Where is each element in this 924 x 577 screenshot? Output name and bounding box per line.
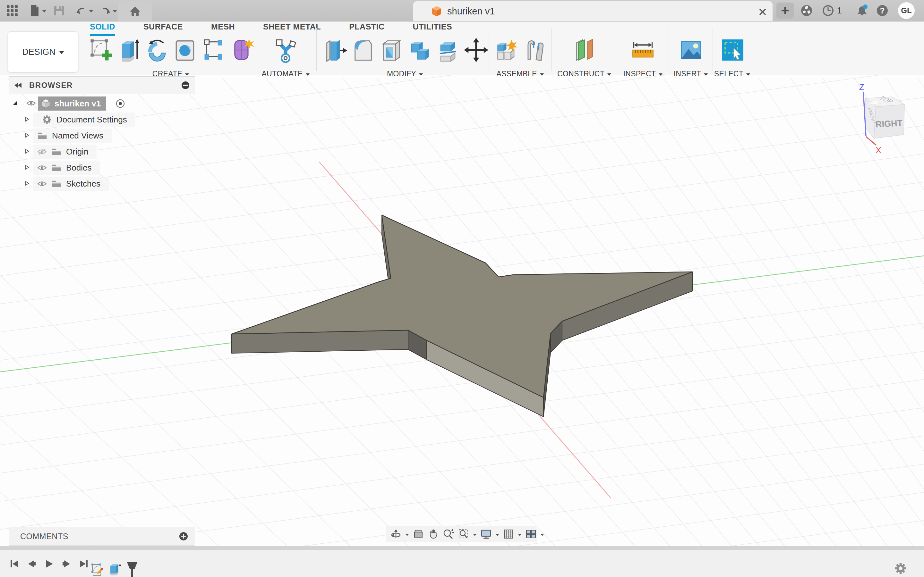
press-pull-button[interactable] xyxy=(321,35,349,65)
viewports-caret[interactable] xyxy=(540,534,544,536)
go-to-start-icon[interactable] xyxy=(10,559,19,569)
insert-group-label[interactable]: INSERT xyxy=(669,69,713,78)
orbit-caret[interactable] xyxy=(405,534,409,536)
select-group-label[interactable]: SELECT xyxy=(712,69,752,78)
tab-plastic[interactable]: PLASTIC xyxy=(349,22,384,36)
root-visibility-eye-icon[interactable] xyxy=(26,100,36,106)
browser-item-named-views[interactable]: Named Views xyxy=(33,129,111,143)
app-grid-icon[interactable] xyxy=(5,0,19,21)
file-menu-icon[interactable] xyxy=(28,0,41,21)
tab-sheet-metal[interactable]: SHEET METAL xyxy=(263,22,321,36)
help-glyph: ? xyxy=(880,6,885,15)
step-back-icon[interactable] xyxy=(27,559,37,569)
select-button[interactable] xyxy=(719,35,746,65)
measure-button[interactable] xyxy=(630,35,656,65)
tab-mesh[interactable]: MESH xyxy=(211,22,235,36)
hole-button[interactable] xyxy=(172,35,199,65)
eye-off-icon[interactable] xyxy=(37,148,47,155)
display-settings-caret[interactable] xyxy=(495,534,499,536)
root-expand-caret[interactable] xyxy=(12,101,17,106)
gear-icon xyxy=(42,114,52,125)
workspace-label: DESIGN xyxy=(22,47,55,57)
browser-root-item[interactable]: shuriken v1 xyxy=(38,97,106,111)
create-group-label[interactable]: CREATE xyxy=(87,69,254,78)
browser-item-origin[interactable]: Origin xyxy=(33,145,97,159)
modify-group-label[interactable]: MODIFY xyxy=(321,69,488,78)
construct-group-label[interactable]: CONSTRUCT xyxy=(551,69,617,78)
grid-settings-caret[interactable] xyxy=(518,534,522,536)
document-tab[interactable]: shuriken v1 xyxy=(413,1,772,21)
file-menu-caret[interactable] xyxy=(42,0,47,21)
tab-solid[interactable]: SOLID xyxy=(90,22,115,36)
comments-bar[interactable]: COMMENTS xyxy=(9,527,194,546)
home-tab[interactable] xyxy=(118,1,152,21)
bodies-caret[interactable] xyxy=(24,165,29,170)
close-tab-button[interactable] xyxy=(757,6,768,17)
activate-component-radio[interactable] xyxy=(115,99,125,108)
origin-caret[interactable] xyxy=(24,149,29,154)
workspace-selector[interactable]: DESIGN xyxy=(8,31,78,73)
shell-button[interactable] xyxy=(378,35,405,65)
browser-item-sketches[interactable]: Sketches xyxy=(33,177,109,191)
collapse-browser-icon[interactable] xyxy=(14,82,23,89)
combine-button[interactable] xyxy=(406,35,433,65)
notifications-button[interactable] xyxy=(855,0,869,21)
look-at-icon[interactable] xyxy=(413,528,424,540)
create-form-button[interactable] xyxy=(228,35,255,65)
construct-plane-button[interactable] xyxy=(571,35,598,65)
viewcube-right-label[interactable]: RIGHT xyxy=(875,118,903,129)
automate-button[interactable] xyxy=(272,35,299,65)
inspect-group-label[interactable]: INSPECT xyxy=(617,69,669,78)
extrude-button[interactable] xyxy=(115,35,142,65)
zoom-window-caret[interactable] xyxy=(473,534,477,536)
joint-button[interactable] xyxy=(522,35,549,65)
help-button[interactable]: ? xyxy=(875,0,889,21)
eye-icon[interactable] xyxy=(37,164,47,171)
avatar[interactable]: GL xyxy=(898,2,915,19)
zoom-window-icon[interactable] xyxy=(458,528,469,540)
new-tab-button[interactable] xyxy=(776,3,794,19)
display-settings-icon[interactable] xyxy=(480,528,492,540)
assemble-group-label[interactable]: ASSEMBLE xyxy=(489,69,551,78)
pattern-button[interactable] xyxy=(200,35,227,65)
zoom-icon[interactable] xyxy=(443,528,454,540)
timeline-extrude-feature[interactable] xyxy=(108,562,122,577)
save-icon[interactable] xyxy=(53,0,65,21)
browser-item-bodies[interactable]: Bodies xyxy=(33,161,100,175)
add-comment-icon[interactable] xyxy=(179,532,188,541)
browser-item-document-settings[interactable]: Document Settings xyxy=(33,113,136,127)
redo-icon[interactable] xyxy=(99,0,111,21)
redo-caret[interactable] xyxy=(112,0,118,21)
new-component-button[interactable] xyxy=(493,35,520,65)
tab-surface[interactable]: SURFACE xyxy=(144,22,183,36)
automate-group-label[interactable]: AUTOMATE xyxy=(254,69,318,78)
version-history[interactable]: 1 xyxy=(821,0,843,21)
group-divider xyxy=(617,28,617,71)
pan-icon[interactable] xyxy=(428,528,439,540)
eye-icon[interactable] xyxy=(37,180,47,187)
viewports-icon[interactable] xyxy=(525,528,537,540)
offset-face-button[interactable] xyxy=(435,35,461,65)
sketches-caret[interactable] xyxy=(24,181,29,186)
go-to-end-icon[interactable] xyxy=(79,559,89,569)
fillet-button[interactable] xyxy=(350,35,376,65)
step-forward-icon[interactable] xyxy=(61,559,71,569)
insert-image-button[interactable] xyxy=(678,35,704,65)
orbit-icon[interactable] xyxy=(390,528,402,540)
undo-caret[interactable] xyxy=(89,0,94,21)
grid-settings-icon[interactable] xyxy=(503,528,514,540)
tab-utilities[interactable]: UTILITIES xyxy=(413,22,452,36)
timeline-settings-gear-icon[interactable] xyxy=(894,562,907,575)
revolve-button[interactable] xyxy=(144,35,171,65)
create-sketch-button[interactable] xyxy=(87,35,114,65)
named-views-caret[interactable] xyxy=(24,133,29,138)
extensions-icon[interactable] xyxy=(800,0,814,21)
play-icon[interactable] xyxy=(44,559,54,569)
browser-options-icon[interactable] xyxy=(181,81,190,89)
timeline-sketch-feature[interactable] xyxy=(90,562,103,577)
undo-icon[interactable] xyxy=(75,0,88,21)
doc-settings-caret[interactable] xyxy=(24,117,29,122)
modify-group-icons xyxy=(321,35,489,65)
move-button[interactable] xyxy=(463,35,489,65)
timeline-position-marker[interactable] xyxy=(126,562,139,577)
